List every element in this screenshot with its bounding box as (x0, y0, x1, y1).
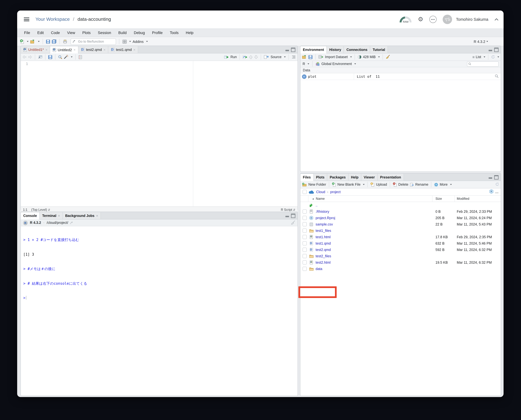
save-all-button[interactable] (52, 39, 56, 44)
delete-button[interactable]: Delete (393, 182, 408, 187)
rename-button[interactable]: Rename (410, 182, 429, 187)
file-checkbox[interactable] (303, 260, 307, 264)
environment-object-row[interactable]: ▶ plot List of 11 (300, 73, 501, 80)
panes-layout-button[interactable] (122, 39, 131, 44)
go-up-section-icon[interactable] (249, 55, 253, 59)
r-version-selector[interactable]: R 4.3.2 (474, 39, 488, 44)
close-tab-icon[interactable]: × (104, 48, 106, 52)
chevron-up-icon[interactable] (494, 18, 498, 21)
file-checkbox[interactable] (303, 222, 307, 226)
file-checkbox[interactable] (303, 241, 307, 245)
menu-code[interactable]: Code (47, 30, 63, 35)
close-tab-icon[interactable]: × (133, 48, 135, 52)
column-name[interactable]: Name (316, 197, 325, 201)
breadcrumb-project[interactable]: project (330, 190, 341, 194)
tab-test1-qmd[interactable]: test1.qmd × (108, 46, 138, 53)
clear-environment-icon[interactable] (386, 54, 390, 60)
file-name[interactable]: data (316, 267, 322, 271)
file-checkbox[interactable] (303, 267, 307, 271)
rerun-button[interactable] (243, 55, 248, 59)
minimize-pane-icon[interactable] (489, 176, 492, 179)
file-name[interactable]: .. (316, 203, 318, 207)
addins-button[interactable]: Addins (133, 39, 148, 44)
new-folder-button[interactable]: New Folder (302, 183, 326, 187)
close-tab-icon[interactable]: × (96, 214, 98, 218)
editor[interactable]: 1 (21, 61, 298, 206)
save-workspace-icon[interactable] (308, 55, 313, 59)
more-button[interactable]: More (434, 182, 452, 187)
file-row-data[interactable]: data (300, 266, 501, 272)
tab-viewer[interactable]: Viewer (361, 174, 378, 181)
file-checkbox[interactable] (303, 254, 307, 258)
ram-gauge[interactable]: RAM (400, 16, 412, 23)
tab-presentation[interactable]: Presentation (378, 174, 404, 181)
maximize-pane-icon[interactable] (494, 175, 498, 180)
memory-usage-button[interactable]: 428 MiB (358, 55, 380, 59)
goto-file-input[interactable] (77, 39, 109, 44)
gear-icon[interactable]: ⚙ (418, 16, 423, 22)
tab-terminal[interactable]: Terminal × (40, 212, 63, 219)
open-in-new-window-icon[interactable] (38, 55, 42, 59)
tab-console[interactable]: Console (21, 212, 40, 219)
menu-tools[interactable]: Tools (166, 30, 182, 35)
file-name[interactable]: sample.csv (316, 222, 333, 226)
file-checkbox[interactable] (303, 216, 307, 220)
go-down-section-icon[interactable] (254, 55, 258, 59)
workspace-link[interactable]: Your Workspace (35, 17, 70, 22)
file-row[interactable]: R project.Rproj 205 BMar 11, 2024, 6:24 … (300, 215, 501, 221)
avatar[interactable]: TS (443, 15, 452, 24)
minimize-pane-icon[interactable] (285, 49, 289, 51)
select-all-checkbox[interactable] (303, 190, 307, 194)
tab-history[interactable]: History (327, 46, 344, 53)
file-checkbox[interactable] (303, 229, 307, 233)
file-name[interactable]: test2.html (316, 261, 330, 264)
breadcrumb-more-button[interactable]: … (495, 190, 498, 194)
sort-ascending-icon[interactable]: ▲ (312, 197, 314, 200)
close-tab-icon[interactable]: × (58, 214, 60, 218)
minimize-pane-icon[interactable] (489, 49, 492, 51)
import-dataset-button[interactable]: Import Dataset (318, 55, 352, 59)
maximize-pane-icon[interactable] (494, 48, 498, 52)
file-checkbox[interactable] (303, 235, 307, 239)
file-row[interactable]: test2.qmd 592 BMar 11, 2024, 6:32 PM (300, 247, 501, 253)
close-tab-icon[interactable]: × (46, 48, 47, 52)
menu-plots[interactable]: Plots (79, 30, 94, 35)
column-size[interactable]: Size (436, 197, 442, 201)
new-file-button[interactable] (20, 39, 29, 44)
scope-selector[interactable]: (Top Level) ⇵ (31, 208, 50, 211)
menu-file[interactable]: File (21, 30, 34, 35)
file-row[interactable]: .Rhistory 0 BFeb 29, 2024, 2:33 PM (300, 208, 501, 215)
save-icon[interactable] (48, 55, 52, 59)
menu-view[interactable]: View (63, 30, 79, 35)
code-tools-button[interactable] (64, 55, 73, 59)
tab-packages[interactable]: Packages (327, 174, 348, 181)
clear-console-icon[interactable] (291, 220, 295, 225)
maximize-pane-icon[interactable] (291, 214, 295, 218)
environment-search[interactable] (467, 61, 498, 67)
source-button[interactable]: Source (264, 55, 286, 59)
compile-notebook-icon[interactable] (78, 55, 82, 59)
upload-button[interactable]: Upload (371, 182, 387, 187)
maximize-pane-icon[interactable] (291, 48, 295, 52)
menu-profile[interactable]: Profile (148, 30, 166, 35)
document-outline-icon[interactable] (291, 55, 296, 59)
language-selector[interactable]: R (303, 62, 309, 66)
file-name[interactable]: test2.qmd (316, 248, 331, 252)
menu-debug[interactable]: Debug (130, 30, 148, 35)
console-output[interactable]: > 1 + 2 #コードを直接打ち込む [1] 3 > #メモは＃の後に > #… (21, 226, 298, 310)
file-name[interactable]: test1.qmd (316, 241, 331, 245)
inspect-object-icon[interactable] (495, 74, 498, 79)
file-type-selector[interactable]: R Script ⇵ (281, 208, 295, 211)
file-row[interactable]: sample.csv 22 BMar 11, 2024, 5:43 PM (300, 221, 501, 227)
file-checkbox[interactable] (303, 210, 307, 214)
tab-untitled2[interactable]: R Untitled2 × (50, 46, 78, 53)
find-icon[interactable] (58, 55, 62, 59)
file-name[interactable]: test1_files (316, 229, 331, 232)
tab-environment[interactable]: Environment (300, 46, 327, 53)
save-button[interactable] (46, 39, 50, 44)
breadcrumb-cloud[interactable]: Cloud (316, 190, 325, 194)
file-name[interactable]: test1.html (316, 235, 330, 239)
file-name[interactable]: .Rhistory (316, 210, 329, 213)
run-button[interactable]: Run (224, 55, 237, 59)
menu-edit[interactable]: Edit (34, 30, 47, 35)
